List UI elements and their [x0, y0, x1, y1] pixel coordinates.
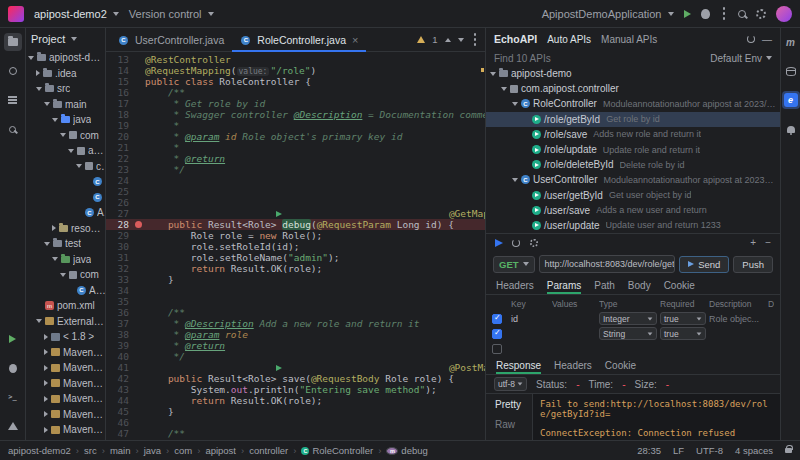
expand-arrow-icon[interactable] [44, 242, 50, 246]
line-number[interactable]: 28 [106, 219, 132, 230]
expand-arrow-icon[interactable] [36, 319, 42, 323]
param-type-select[interactable]: String [599, 327, 657, 340]
param-checkbox[interactable] [492, 344, 502, 354]
search-everywhere-button[interactable] [738, 10, 746, 18]
param-key-input[interactable]: id [511, 314, 549, 324]
tab-cookie[interactable]: Cookie [664, 277, 695, 294]
hide-panel-icon[interactable]: — [762, 34, 772, 45]
project-tree-item[interactable]: .idea [26, 66, 105, 82]
expand-arrow-icon[interactable] [44, 396, 48, 402]
expand-arrow-icon[interactable] [490, 72, 496, 76]
code-line[interactable]: 14@RequestMapping(value:"/role") [106, 65, 485, 76]
tab-cookie[interactable]: Cookie [605, 357, 636, 374]
code-line[interactable]: 26 [106, 197, 485, 208]
find-apis-label[interactable]: Find 10 APIs [494, 53, 551, 64]
line-number[interactable]: 19 [106, 120, 132, 131]
problems-icon[interactable] [4, 417, 22, 435]
code-line[interactable]: 38 * @param role [106, 329, 485, 340]
code-line[interactable]: 15public class RoleController { [106, 76, 485, 87]
code-line[interactable]: 41 @PostMapping("/save") [106, 362, 485, 373]
project-tree-item[interactable]: apipost [26, 143, 105, 159]
project-tree-item[interactable]: Maven: ch.qos.logback [26, 345, 105, 361]
expand-arrow-icon[interactable] [44, 334, 48, 340]
expand-arrow-icon[interactable] [60, 273, 66, 277]
echoapi-icon[interactable] [782, 91, 800, 109]
tab-body[interactable]: Body [628, 277, 651, 294]
line-number[interactable]: 44 [106, 395, 132, 406]
api-tree-item[interactable]: RoleControllerModuleannotationauthor api… [486, 96, 780, 111]
line-number[interactable]: 14 [106, 65, 132, 76]
database-icon[interactable] [782, 62, 800, 80]
code-line[interactable]: 31 role.setRoleName("admin"); [106, 252, 485, 263]
code-line[interactable]: 29 Role role = new Role(); [106, 230, 485, 241]
line-number[interactable]: 34 [106, 285, 132, 296]
line-number[interactable]: 27 [106, 208, 132, 219]
param-type-select[interactable]: Integer [599, 312, 657, 325]
warning-count[interactable]: 1 [432, 34, 437, 45]
line-number[interactable]: 37 [106, 318, 132, 329]
line-number[interactable]: 25 [106, 186, 132, 197]
file-encoding[interactable]: UTF-8 [696, 445, 723, 456]
project-tree-item[interactable]: UserController [26, 190, 105, 206]
param-checkbox[interactable] [492, 329, 502, 339]
project-tree-item[interactable]: apipost-demo2 [26, 50, 105, 66]
breadcrumb-item[interactable]: com [174, 445, 192, 456]
expand-arrow-icon[interactable] [52, 225, 56, 231]
project-tree-item[interactable]: java [26, 112, 105, 128]
project-tree-item[interactable]: com [26, 128, 105, 144]
code-line[interactable]: 20 * @param id Role object's primary key… [106, 131, 485, 142]
code-line[interactable]: 43 System.out.println("Entering save met… [106, 384, 485, 395]
project-tree-item[interactable]: Maven: ch.qos.logback [26, 360, 105, 376]
api-settings-icon[interactable] [530, 239, 538, 247]
expand-arrow-icon[interactable] [28, 56, 34, 60]
param-checkbox[interactable] [492, 314, 502, 324]
collapse-all-icon[interactable]: − [765, 237, 771, 248]
caret-position[interactable]: 28:35 [637, 445, 661, 456]
line-number[interactable]: 38 [106, 329, 132, 340]
project-folder-icon[interactable] [4, 33, 22, 51]
expand-arrow-icon[interactable] [44, 102, 50, 106]
breadcrumb-item[interactable]: main [110, 445, 131, 456]
code-area[interactable]: 13@RestController14@RequestMapping(value… [106, 52, 485, 440]
project-tree-item[interactable]: ApipostDemoApplicationTests [26, 283, 105, 299]
line-number[interactable]: 26 [106, 197, 132, 208]
expand-arrow-icon[interactable] [52, 118, 58, 122]
breadcrumb-item[interactable]: java [144, 445, 161, 456]
api-run-icon[interactable] [132, 362, 426, 373]
code-line[interactable]: 28 public Result<Role> debug(@RequestPar… [106, 219, 485, 230]
line-number[interactable]: 35 [106, 296, 132, 307]
tab-auto-apis[interactable]: Auto APIs [547, 34, 591, 45]
param-description[interactable]: Role objec... [709, 314, 765, 324]
project-tree-item[interactable]: src [26, 81, 105, 97]
project-tree-item[interactable]: External Libraries [26, 314, 105, 330]
line-number[interactable]: 32 [106, 263, 132, 274]
structure-icon[interactable] [4, 91, 22, 109]
push-button[interactable]: Push [733, 256, 773, 273]
param-required-select[interactable]: true [660, 312, 706, 325]
expand-arrow-icon[interactable] [68, 149, 74, 153]
run-icon[interactable] [4, 330, 22, 348]
debug-icon[interactable] [4, 359, 22, 377]
line-number[interactable]: 17 [106, 98, 132, 109]
project-selector[interactable]: apipost-demo2 [34, 8, 119, 20]
expand-arrow-icon[interactable] [52, 257, 58, 261]
send-icon[interactable] [495, 239, 503, 247]
project-tree-item[interactable]: controller [26, 159, 105, 175]
param-required-select[interactable]: true [660, 327, 706, 340]
api-tree-item[interactable]: apipost-demo [486, 66, 780, 81]
debug-button[interactable] [701, 9, 710, 19]
code-line[interactable]: 44 return Result.OK(role); [106, 395, 485, 406]
editor-tab-rolecontroller-java[interactable]: RoleController.java× [232, 28, 366, 52]
code-line[interactable]: 45 } [106, 406, 485, 417]
terminal-icon[interactable] [4, 388, 22, 406]
line-number[interactable]: 41 [106, 362, 132, 373]
code-line[interactable]: 47 /** [106, 428, 485, 439]
line-number[interactable]: 33 [106, 274, 132, 285]
tab-params[interactable]: Params [547, 277, 581, 294]
line-number[interactable]: 45 [106, 406, 132, 417]
code-line[interactable]: 48 * Update role and return it [106, 439, 485, 440]
line-number[interactable]: 29 [106, 230, 132, 241]
app-logo-icon[interactable] [8, 6, 24, 22]
tab-path[interactable]: Path [594, 277, 615, 294]
expand-arrow-icon[interactable] [512, 102, 518, 106]
